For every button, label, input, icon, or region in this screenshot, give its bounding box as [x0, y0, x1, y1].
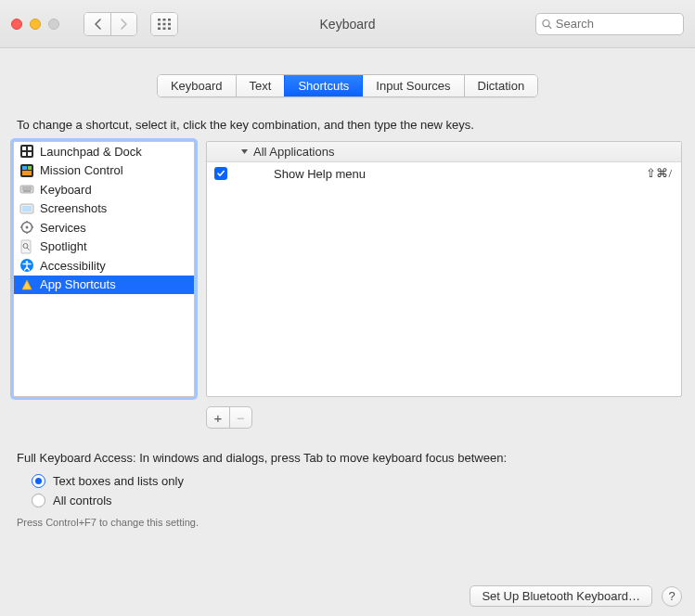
radio-label: Text boxes and lists only [53, 474, 184, 488]
show-all-button[interactable] [150, 12, 178, 36]
svg-rect-19 [22, 171, 32, 175]
full-keyboard-access-hint: Press Control+F7 to change this setting. [13, 517, 682, 528]
svg-rect-13 [28, 147, 32, 150]
tab-bar: Keyboard Text Shortcuts Input Sources Di… [157, 74, 538, 97]
forward-button[interactable] [110, 13, 136, 35]
tab-input-sources[interactable]: Input Sources [362, 75, 463, 96]
svg-rect-2 [168, 19, 171, 21]
tab-text[interactable]: Text [236, 75, 285, 96]
shortcut-label: Show Help menu [238, 167, 635, 181]
add-shortcut-button[interactable]: + [207, 407, 229, 428]
category-services[interactable]: Services [14, 218, 194, 237]
svg-rect-3 [158, 22, 161, 25]
svg-rect-32 [21, 240, 31, 253]
radio-text-boxes-lists[interactable]: Text boxes and lists only [32, 474, 682, 488]
back-forward-group [84, 12, 137, 36]
search-icon [542, 19, 552, 30]
svg-rect-14 [22, 152, 26, 156]
category-launchpad-dock[interactable]: Launchpad & Dock [14, 142, 194, 161]
zoom-window-button[interactable] [48, 19, 59, 30]
app-shortcuts-icon [19, 277, 34, 292]
spotlight-icon [19, 239, 34, 254]
category-label: Spotlight [40, 239, 87, 253]
preferences-pane: Keyboard Text Shortcuts Input Sources Di… [0, 48, 695, 616]
category-list[interactable]: Launchpad & Dock Mission Control Keyboar… [13, 141, 195, 397]
shortcut-group-label: All Applications [253, 145, 334, 159]
svg-line-10 [548, 25, 551, 28]
category-mission-control[interactable]: Mission Control [14, 161, 194, 181]
footer: Set Up Bluetooth Keyboard… ? [470, 585, 682, 607]
search-input[interactable] [556, 17, 677, 31]
category-label: Accessibility [40, 259, 106, 273]
shortcut-enabled-checkbox[interactable] [214, 167, 227, 180]
keyboard-icon [19, 182, 34, 197]
help-button[interactable]: ? [662, 586, 682, 607]
mission-control-icon [19, 163, 34, 178]
radio-button[interactable] [32, 474, 45, 488]
shortcut-list[interactable]: All Applications Show Help menu ⇧⌘/ [206, 141, 682, 397]
window-controls [11, 19, 59, 30]
launchpad-icon [19, 144, 34, 159]
category-label: Screenshots [40, 201, 107, 215]
category-label: Keyboard [40, 183, 92, 197]
svg-rect-18 [28, 166, 32, 170]
svg-rect-8 [168, 27, 171, 30]
svg-rect-1 [163, 19, 166, 21]
radio-button[interactable] [32, 494, 45, 507]
screenshots-icon [19, 201, 34, 216]
svg-rect-5 [168, 22, 171, 25]
minimize-window-button[interactable] [30, 19, 41, 30]
svg-point-36 [26, 261, 29, 263]
setup-bluetooth-keyboard-button[interactable]: Set Up Bluetooth Keyboard… [470, 585, 652, 607]
svg-rect-25 [22, 206, 32, 212]
tab-dictation[interactable]: Dictation [464, 75, 538, 96]
category-label: App Shortcuts [40, 277, 116, 291]
shortcut-keys[interactable]: ⇧⌘/ [646, 166, 672, 181]
radio-all-controls[interactable]: All controls [32, 494, 682, 507]
back-button[interactable] [84, 13, 110, 35]
category-accessibility[interactable]: Accessibility [14, 256, 194, 276]
category-spotlight[interactable]: Spotlight [14, 237, 194, 257]
full-keyboard-access-label: Full Keyboard Access: In windows and dia… [13, 451, 682, 465]
svg-rect-12 [22, 147, 26, 150]
instruction-text: To change a shortcut, select it, click t… [13, 118, 682, 132]
category-screenshots[interactable]: Screenshots [14, 199, 194, 219]
category-label: Launchpad & Dock [40, 145, 142, 159]
search-field[interactable] [535, 13, 684, 35]
shortcut-row[interactable]: Show Help menu ⇧⌘/ [207, 162, 681, 185]
tab-shortcuts[interactable]: Shortcuts [284, 75, 362, 96]
disclosure-triangle-icon[interactable] [240, 148, 249, 156]
category-label: Services [40, 221, 86, 235]
svg-rect-4 [163, 22, 166, 25]
shortcut-group-header[interactable]: All Applications [207, 142, 681, 162]
category-label: Mission Control [40, 163, 123, 177]
services-icon [19, 220, 34, 235]
accessibility-icon [19, 258, 34, 273]
tab-keyboard[interactable]: Keyboard [158, 75, 236, 96]
category-keyboard[interactable]: Keyboard [14, 180, 194, 199]
add-remove-group: + − [206, 406, 252, 429]
close-window-button[interactable] [11, 19, 22, 30]
svg-rect-7 [163, 27, 166, 30]
radio-label: All controls [53, 494, 112, 507]
titlebar: Keyboard [0, 0, 695, 48]
svg-rect-0 [158, 19, 161, 21]
svg-point-27 [26, 226, 29, 229]
svg-rect-15 [28, 152, 32, 156]
svg-rect-17 [22, 166, 27, 170]
remove-shortcut-button[interactable]: − [229, 407, 251, 428]
category-app-shortcuts[interactable]: App Shortcuts [14, 276, 194, 295]
full-keyboard-access-options: Text boxes and lists only All controls [13, 474, 682, 507]
svg-rect-6 [158, 27, 161, 30]
